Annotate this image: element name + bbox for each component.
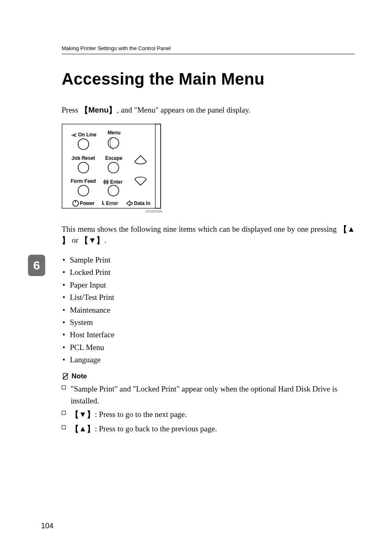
- list-item: Maintenance: [62, 304, 355, 316]
- error-icon: [103, 201, 104, 204]
- menu-key-label: Menu: [88, 106, 109, 114]
- intro-pre: Press: [62, 106, 80, 114]
- hash-icon: [103, 180, 109, 184]
- middle-paragraph: This menu shows the following nine items…: [62, 224, 355, 246]
- label-error: Error: [106, 200, 118, 206]
- note-list: "Sample Print" and "Locked Print" appear…: [62, 383, 355, 436]
- label-data-in: Data In: [134, 200, 150, 206]
- list-item: Host Interface: [62, 329, 355, 341]
- mp-or: or: [70, 236, 80, 244]
- page-number: 104: [41, 522, 53, 530]
- up-arrow-icon: [135, 156, 146, 164]
- diagram-caption: ZDDS020N: [145, 210, 162, 213]
- list-item: List/Test Print: [62, 291, 355, 304]
- bracket-close: 】: [108, 106, 117, 115]
- label-menu: Menu: [108, 130, 120, 136]
- intro-post: , and "Menu" appears on the panel displa…: [117, 106, 250, 114]
- label-enter: Enter: [110, 179, 123, 185]
- control-panel-diagram: On Line Menu Job Reset Escape Form Feed: [62, 124, 355, 214]
- down-arrow-icon: [135, 177, 146, 185]
- intro-paragraph: Press 【Menu】, and "Menu" appears on the …: [62, 105, 355, 116]
- label-power: Power: [80, 200, 95, 206]
- note-label: Note: [71, 372, 87, 380]
- diagram-svg: On Line Menu Job Reset Escape Form Feed: [62, 124, 168, 214]
- mp-period: .: [104, 236, 106, 244]
- n2-close: 】: [87, 410, 95, 419]
- list-item: Sample Print: [62, 254, 355, 266]
- label-escape: Escape: [105, 155, 122, 161]
- bracket-open: 【: [80, 106, 88, 115]
- up-bracket-close: 】: [62, 236, 70, 245]
- down-bracket-open: 【: [80, 236, 88, 245]
- down-arrow-key: ▼: [88, 236, 96, 244]
- svg-point-2: [78, 139, 89, 150]
- menu-item-list: Sample Print Locked Print Paper Input Li…: [62, 254, 355, 366]
- chapter-tab: 6: [28, 255, 45, 276]
- up-arrow-key: ▲: [347, 225, 355, 233]
- square-bullet-icon: [62, 411, 66, 415]
- list-item: System: [62, 316, 355, 329]
- svg-point-6: [78, 185, 89, 196]
- note-item: 【▼】: Press to go to the next page.: [62, 408, 355, 421]
- n3-text: : Press to go back to the previous page.: [95, 424, 217, 433]
- square-bullet-icon: [62, 385, 66, 389]
- n3-arrow: ▲: [79, 425, 87, 433]
- label-job-reset: Job Reset: [71, 155, 95, 161]
- label-on-line: On Line: [78, 132, 97, 138]
- square-bullet-icon: [62, 425, 66, 429]
- list-item: Paper Input: [62, 279, 355, 291]
- n2-text: : Press to go to the next page.: [95, 410, 187, 419]
- list-item: Language: [62, 354, 355, 366]
- data-in-icon: [127, 201, 132, 206]
- running-header: Making Printer Settings with the Control…: [62, 45, 355, 54]
- down-bracket-close: 】: [96, 236, 104, 245]
- list-item: PCL Menu: [62, 341, 355, 354]
- note-item: "Sample Print" and "Locked Print" appear…: [62, 383, 355, 407]
- note-item: 【▲】: Press to go back to the previous pa…: [62, 423, 355, 435]
- up-bracket-open: 【: [339, 225, 348, 234]
- mp-text-a: This menu shows the following nine items…: [62, 225, 339, 233]
- note-heading: Note: [62, 372, 355, 380]
- page-title: Accessing the Main Menu: [62, 70, 355, 88]
- list-item: Locked Print: [62, 266, 355, 279]
- label-form-feed: Form Feed: [71, 178, 96, 184]
- page-container: Making Printer Settings with the Control…: [0, 0, 392, 555]
- svg-point-5: [108, 162, 119, 173]
- n3-open: 【: [71, 424, 79, 433]
- svg-rect-1: [155, 124, 161, 208]
- svg-point-7: [108, 185, 119, 196]
- n3-close: 】: [87, 424, 95, 433]
- n2-arrow: ▼: [79, 410, 87, 418]
- svg-point-4: [78, 162, 89, 173]
- svg-point-3: [108, 138, 119, 148]
- note-icon: [62, 373, 69, 380]
- n2-open: 【: [71, 410, 79, 419]
- note1-text: "Sample Print" and "Locked Print" appear…: [71, 385, 337, 405]
